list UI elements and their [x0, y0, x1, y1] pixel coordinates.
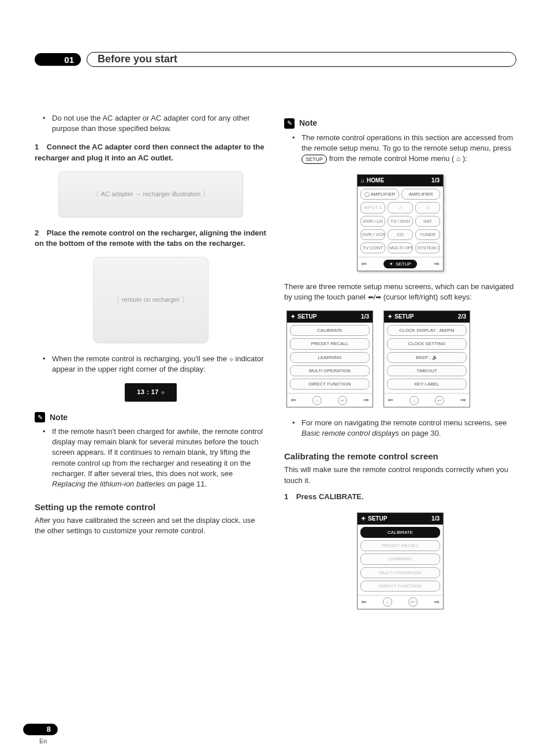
home-item-amplifier-alt[interactable]: AMPLIFIER	[401, 189, 440, 200]
setup-item-direct-function[interactable]: DIRECT FUNCTION	[360, 581, 440, 592]
home-item-cd[interactable]: CD	[388, 229, 412, 240]
text: ):	[463, 154, 467, 163]
screen-title: SETUP	[368, 515, 387, 523]
arrow-left-icon[interactable]: ⬅	[388, 395, 393, 405]
gear-icon: ✦	[388, 313, 392, 321]
chapter-number-pill: 01	[35, 53, 81, 66]
bullet-item: For more on navigating the remote contro…	[292, 418, 516, 439]
home-icon[interactable]: ⌂	[312, 396, 322, 405]
step-text: Place the remote control on the recharge…	[35, 229, 266, 248]
home-icon: ⌂	[361, 177, 364, 185]
chapter-title: Before you start	[87, 52, 516, 67]
return-icon[interactable]: ↩	[408, 597, 418, 607]
step-text: Connect the AC adapter cord then connect…	[35, 143, 264, 162]
adapter-figure: 〔 AC adapter → recharger illustration 〕	[35, 171, 267, 218]
text: The remote control operations in this se…	[301, 133, 513, 152]
arrow-right-icon[interactable]: ➡	[434, 259, 440, 269]
setup-item-preset-recall[interactable]: PRESET RECALL	[290, 338, 370, 349]
paragraph: After you have calibrated the screen and…	[35, 515, 267, 536]
text: on page 11.	[167, 480, 207, 488]
setup-item-multi-operation[interactable]: MULTI OPERATION	[290, 365, 370, 376]
arrow-left-icon[interactable]: ⬅	[291, 395, 296, 405]
note-label: Note	[299, 118, 317, 129]
home-item-amplifier[interactable]: ◯ AMPLIFIER	[360, 189, 399, 200]
return-icon[interactable]: ↩	[338, 396, 347, 405]
setup-item-multi-operation[interactable]: MULTI OPERATION	[360, 567, 440, 578]
setup-pill[interactable]: ✦SETUP	[384, 260, 417, 268]
home-item-input2[interactable]: 2	[388, 202, 412, 213]
note-item: If the remote hasn't been charged for aw…	[43, 426, 267, 489]
setup-item-timeout[interactable]: TIMEOUT	[387, 365, 467, 376]
setup-screens-row: ✦SETUP 1/3 CALIBRATE PRESET RECALL LEARN…	[284, 308, 516, 410]
screen-page: 1/3	[431, 177, 440, 185]
step-2: 2 Place the remote control on the rechar…	[35, 228, 267, 249]
gear-icon: ✦	[361, 515, 366, 523]
home-item-tv-dvd[interactable]: TV / DVD	[388, 216, 412, 227]
paragraph: This will make sure the remote control r…	[284, 465, 516, 485]
home-item-input1[interactable]: INPUT 1	[360, 202, 385, 213]
text: from the remote control Home menu (	[329, 154, 455, 163]
step-number: 1	[35, 143, 39, 151]
screen-title: HOME	[367, 177, 384, 185]
screen-footer: ⬅ ⌂ ↩ ➡	[358, 595, 443, 609]
text: (cursor left/right) soft keys:	[384, 293, 472, 301]
setup-item-key-label[interactable]: KEY LABEL	[387, 379, 467, 390]
setup-item-calibrate-selected[interactable]: CALIBRATE	[360, 527, 440, 538]
setup-item-preset-recall[interactable]: PRESET RECALL	[360, 540, 440, 551]
cross-reference: Basic remote control displays	[301, 429, 399, 437]
two-column-layout: Do not use the AC adapter or AC adapter …	[35, 113, 516, 620]
step-text: Press CALIBRATE.	[296, 492, 364, 501]
setup-item-clock-setting[interactable]: CLOCK SETTING	[387, 338, 467, 349]
setup-screen-2: ✦SETUP 2/3 CLOCK DISPLAY : AM/PM CLOCK S…	[384, 310, 470, 407]
charge-indicator-icon: ⟐	[161, 388, 165, 396]
step-1: 1 Connect the AC adapter cord then conne…	[35, 142, 267, 163]
home-item-tv-cont[interactable]: TV CONT	[360, 242, 385, 253]
home-icon[interactable]: ⌂	[409, 396, 419, 405]
arrow-right-icon[interactable]: ➡	[363, 395, 369, 405]
home-icon[interactable]: ⌂	[383, 597, 392, 607]
adapter-illustration: 〔 AC adapter → recharger illustration 〕	[58, 171, 243, 218]
gear-icon: ✦	[389, 261, 393, 267]
step-number: 1	[284, 492, 288, 501]
setup-item-clock-display[interactable]: CLOCK DISPLAY : AM/PM	[387, 325, 467, 336]
setup-item-direct-function[interactable]: DIRECT FUNCTION	[290, 379, 370, 390]
remote-on-recharger-figure: 〔 remote on recharger 〕	[35, 257, 267, 343]
arrow-right-icon: ➡	[375, 293, 381, 302]
chapter-header: 01 Before you start	[35, 52, 516, 67]
charging-display: 13 : 17 ⟐	[125, 383, 177, 402]
home-item-dvr-ld[interactable]: DVR / LD	[360, 216, 385, 227]
screen-title: SETUP	[297, 313, 317, 321]
setup-button-icon: SETUP	[301, 155, 327, 164]
paragraph: There are three remote setup menu screen…	[284, 282, 516, 302]
return-icon[interactable]: ↩	[435, 396, 444, 405]
text: When the remote control is recharging, y…	[52, 354, 229, 363]
home-item-system-off[interactable]: SYSTEM OFF	[415, 242, 440, 253]
home-item-input3[interactable]: 3	[415, 202, 440, 213]
screen-page: 1/3	[361, 313, 369, 321]
setup-item-calibrate[interactable]: CALIBRATE	[290, 325, 370, 336]
note-label: Note	[50, 412, 68, 424]
arrow-right-icon[interactable]: ➡	[434, 597, 440, 607]
manual-page: 01 Before you start Do not use the AC ad…	[0, 0, 551, 643]
note-item: The remote control operations in this se…	[292, 133, 516, 164]
setup-screen-1: ✦SETUP 1/3 CALIBRATE PRESET RECALL LEARN…	[286, 310, 373, 407]
bullet-item: Do not use the AC adapter or AC adapter …	[43, 113, 267, 134]
screen-page: 2/3	[458, 313, 466, 321]
setup-item-learning[interactable]: LEARNING	[360, 553, 440, 564]
arrow-right-icon[interactable]: ➡	[460, 395, 466, 405]
page-language: En	[39, 737, 47, 746]
cal-step-1: 1 Press CALIBRATE.	[284, 492, 516, 502]
home-item-tuner[interactable]: TUNER	[415, 229, 440, 240]
left-column: Do not use the AC adapter or AC adapter …	[35, 113, 267, 620]
arrow-left-icon[interactable]: ⬅	[361, 259, 367, 269]
setup-item-learning[interactable]: LEARNING	[290, 352, 370, 363]
home-item-multi-op[interactable]: MULTI OPERATION	[388, 242, 412, 253]
arrow-left-icon[interactable]: ⬅	[361, 597, 367, 607]
home-item-dvr-vcr1[interactable]: DVR / VCR1	[360, 229, 385, 240]
heading-setting-up: Setting up the remote control	[35, 501, 267, 513]
text: on page 30.	[401, 429, 441, 437]
home-item-sat[interactable]: SAT	[415, 216, 440, 227]
setup-item-beep[interactable]: BEEP : 🔉	[387, 352, 467, 363]
note-heading: ✎ Note	[35, 412, 267, 424]
step-number: 2	[35, 229, 39, 237]
